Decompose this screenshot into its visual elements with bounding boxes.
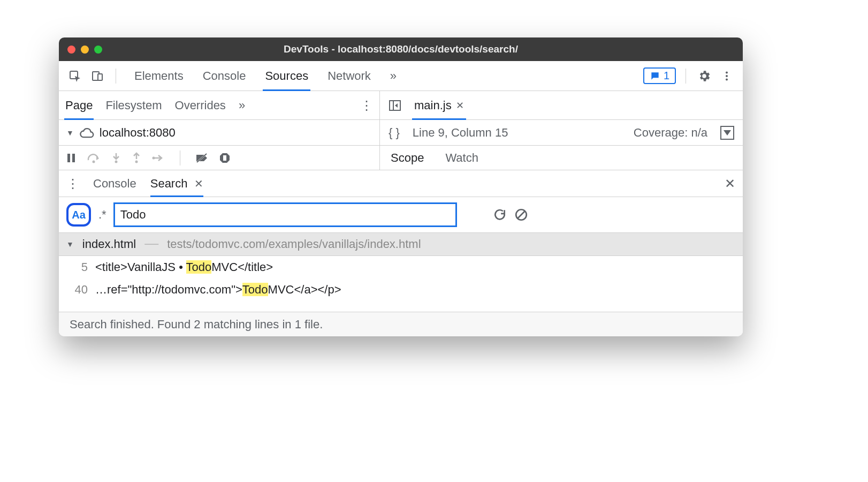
pause-on-exceptions-icon[interactable]	[219, 152, 231, 164]
svg-point-10	[93, 160, 95, 163]
titlebar: DevTools - localhost:8080/docs/devtools/…	[59, 37, 743, 61]
svg-point-11	[115, 160, 118, 163]
drawer-more-icon[interactable]: ⋮	[66, 176, 79, 191]
minimize-window-button[interactable]	[81, 46, 89, 54]
pause-icon[interactable]	[66, 153, 76, 163]
search-status-bar: Search finished. Found 2 matching lines …	[59, 312, 743, 336]
step-icon[interactable]	[152, 153, 165, 163]
close-window-button[interactable]	[67, 46, 75, 54]
debugger-sidebar-tabs: Scope Watch	[380, 146, 743, 170]
cursor-position: Line 9, Column 15	[413, 126, 508, 140]
search-result-line[interactable]: 5 <title>VanillaJS • TodoMVC</title>	[59, 256, 743, 278]
svg-rect-8	[67, 154, 70, 162]
devtools-window: DevTools - localhost:8080/docs/devtools/…	[59, 37, 743, 336]
window-title: DevTools - localhost:8080/docs/devtools/…	[59, 43, 743, 55]
settings-icon[interactable]	[696, 67, 713, 85]
svg-rect-18	[223, 155, 225, 161]
line-content: …ref="http://todomvc.com">TodoMVC</a></p…	[95, 283, 341, 297]
debugger-toolbar	[59, 146, 379, 170]
cloud-icon	[79, 127, 94, 139]
clear-icon[interactable]	[514, 208, 528, 222]
coverage-status: Coverage: n/a	[634, 126, 707, 140]
svg-point-5	[726, 78, 728, 80]
line-number: 40	[66, 283, 88, 297]
match-case-button[interactable]: Aa	[66, 203, 91, 227]
svg-rect-19	[225, 155, 227, 161]
step-over-icon[interactable]	[87, 153, 101, 163]
search-toolbar: Aa .*	[59, 197, 743, 232]
editor-pane: main.js ✕ { } Line 9, Column 15 Coverage…	[380, 91, 743, 146]
close-tab-icon[interactable]: ✕	[456, 100, 464, 111]
deactivate-breakpoints-icon[interactable]	[195, 153, 208, 163]
editor-status: { } Line 9, Column 15 Coverage: n/a	[380, 120, 743, 146]
line-number: 5	[66, 260, 88, 274]
svg-point-12	[135, 160, 138, 163]
zoom-window-button[interactable]	[94, 46, 102, 54]
regex-button[interactable]: .*	[98, 208, 106, 222]
device-toolbar-icon[interactable]	[89, 67, 106, 85]
search-status-text: Search finished. Found 2 matching lines …	[70, 318, 323, 332]
pretty-print-icon[interactable]: { }	[389, 126, 400, 140]
nav-tab-page[interactable]: Page	[65, 91, 93, 119]
match-highlight: Todo	[242, 283, 268, 296]
search-result-file-header[interactable]: ▼ index.html — tests/todomvc.com/example…	[59, 232, 743, 256]
step-out-icon[interactable]	[132, 152, 141, 164]
file-tab-main-js[interactable]: main.js ✕	[412, 91, 466, 119]
match-highlight: Todo	[186, 260, 212, 274]
svg-point-3	[726, 71, 728, 73]
navigator-tabs: Page Filesystem Overrides » ⋮	[59, 91, 379, 120]
tab-scope[interactable]: Scope	[391, 151, 424, 165]
tree-root-label: localhost:8080	[100, 126, 176, 140]
editor-tabs: main.js ✕	[380, 91, 743, 120]
drawer-tabs: ⋮ Console Search ✕ ✕	[59, 170, 743, 197]
debugger-row: Scope Watch	[59, 146, 743, 170]
tab-sources[interactable]: Sources	[265, 61, 308, 91]
inspect-element-icon[interactable]	[66, 67, 83, 85]
search-result-line[interactable]: 40 …ref="http://todomvc.com">TodoMVC</a>…	[59, 278, 743, 301]
close-tab-icon[interactable]: ✕	[194, 177, 203, 190]
line-content: <title>VanillaJS • TodoMVC</title>	[95, 260, 273, 274]
issues-badge[interactable]: 1	[643, 67, 676, 84]
nav-tab-filesystem[interactable]: Filesystem	[105, 91, 162, 119]
svg-point-13	[153, 156, 155, 159]
tab-console[interactable]: Console	[203, 61, 246, 91]
tab-network[interactable]: Network	[328, 61, 371, 91]
nav-tabs-overflow[interactable]: »	[239, 91, 245, 119]
navigator-more-icon[interactable]: ⋮	[360, 98, 373, 113]
tab-watch[interactable]: Watch	[445, 151, 478, 165]
close-drawer-icon[interactable]: ✕	[725, 176, 735, 191]
main-tabs: Elements Console Sources Network »	[134, 61, 397, 91]
refresh-icon[interactable]	[493, 208, 507, 222]
navigator-pane: Page Filesystem Overrides » ⋮ ▼ localhos…	[59, 91, 380, 146]
result-file-path: tests/todomvc.com/examples/vanillajs/ind…	[167, 237, 421, 251]
window-controls	[67, 46, 102, 54]
svg-point-4	[726, 74, 728, 77]
svg-rect-9	[72, 154, 75, 162]
drawer-tab-console[interactable]: Console	[93, 170, 136, 197]
tree-root-row[interactable]: ▼ localhost:8080	[59, 120, 379, 146]
result-file-name: index.html	[82, 237, 136, 251]
issues-count: 1	[664, 70, 669, 82]
divider	[686, 69, 686, 84]
drawer-tab-search-label: Search	[150, 177, 188, 191]
divider	[116, 69, 116, 84]
tabs-overflow[interactable]: »	[390, 61, 397, 91]
step-into-icon[interactable]	[111, 152, 121, 164]
main-toolbar: Elements Console Sources Network » 1	[59, 61, 743, 91]
nav-tab-overrides[interactable]: Overrides	[175, 91, 226, 119]
disclosure-triangle-icon[interactable]: ▼	[66, 240, 74, 248]
toggle-details-icon[interactable]	[720, 126, 734, 140]
disclosure-triangle-icon[interactable]: ▼	[66, 129, 74, 137]
svg-rect-2	[98, 74, 102, 80]
separator: —	[144, 235, 158, 252]
tab-elements[interactable]: Elements	[134, 61, 184, 91]
toggle-navigator-icon[interactable]	[386, 97, 403, 114]
svg-line-21	[517, 212, 524, 219]
more-icon[interactable]	[718, 67, 735, 85]
drawer-tab-search[interactable]: Search ✕	[150, 170, 203, 197]
search-input[interactable]	[114, 203, 456, 227]
file-tab-label: main.js	[414, 99, 452, 112]
sources-panel: Page Filesystem Overrides » ⋮ ▼ localhos…	[59, 91, 743, 146]
divider	[180, 150, 180, 165]
